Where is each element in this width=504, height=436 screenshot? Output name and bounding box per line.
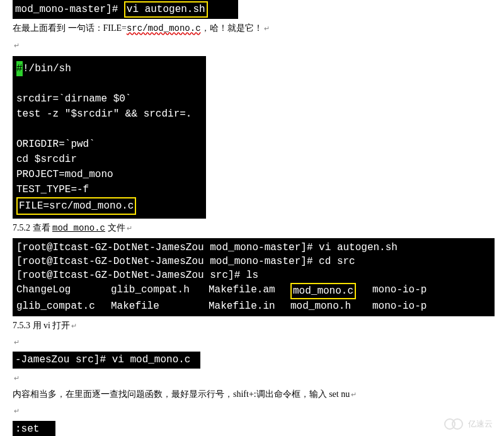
terminal-line-setnu: :set nu (13, 421, 55, 436)
blank-marker: ↵ (13, 404, 504, 418)
code-line: test -z "$srcdir" && srcdir=. (16, 106, 202, 122)
ls-row-2: glib_compat.c Makefile Makefile.in mod_m… (16, 299, 491, 313)
ls-row-1: ChangeLog glib_compat.h Makefile.am mod_… (16, 283, 491, 299)
watermark-logo-icon (444, 418, 463, 430)
filename: mod_mono.c (52, 223, 105, 233)
return-mark-icon: ↵ (14, 338, 20, 346)
shebang-line: #!/bin/sh (16, 61, 202, 76)
return-mark-icon: ↵ (14, 374, 20, 382)
cursor-icon: # (16, 61, 23, 76)
return-mark-icon: ↵ (71, 322, 77, 330)
return-mark-icon: ↵ (351, 391, 357, 398)
comment-line-1: 在最上面看到 一句话：FILE=src/mod_mono.c，哈！就是它！↵ (13, 21, 504, 35)
code-line: cd $srcdir (16, 152, 202, 167)
code-line: [root@Itcast-GZ-DotNet-JamesZou mod_mono… (16, 255, 491, 268)
highlighted-file: mod_mono.c (290, 283, 356, 299)
highlighted-file-line: FILE=src/mod_mono.c (16, 197, 202, 215)
prompt-text: mod_mono-master]# (15, 4, 118, 15)
highlighted-command: vi autogen.sh (124, 1, 208, 18)
blank-marker: ↵ (13, 371, 504, 385)
terminal-autogen-content: #!/bin/sh srcdir=`dirname $0` test -z "$… (13, 56, 206, 219)
file-path: src/mod_mono.c (127, 23, 201, 33)
code-line: [root@Itcast-GZ-DotNet-JamesZou mod_mono… (16, 241, 491, 255)
code-line: TEST_TYPE=-f (16, 182, 202, 197)
code-line: [root@Itcast-GZ-DotNet-JamesZou src]# ls (16, 268, 491, 282)
code-line: srcdir=`dirname $0` (16, 91, 202, 106)
return-mark-icon: ↵ (14, 42, 20, 49)
section-heading-752: 7.5.2 查看 mod_mono.c 文件↵ (13, 221, 504, 235)
return-mark-icon: ↵ (264, 25, 270, 32)
code-line: ORIGDIR=`pwd` (16, 137, 202, 152)
section-heading-753: 7.5.3 用 vi 打开↵ (13, 319, 504, 333)
terminal-ls-output: [root@Itcast-GZ-DotNet-JamesZou mod_mono… (13, 238, 495, 316)
terminal-line-vi-autogen: mod_mono-master]# vi autogen.sh (13, 0, 238, 19)
comment-line-2: 内容相当多，在里面逐一查找问题函数，最好显示行号，shift+:调出命令框，输入… (13, 387, 504, 401)
code-line: PROJECT=mod_mono (16, 167, 202, 182)
blank-marker: ↵ (13, 335, 504, 349)
return-mark-icon: ↵ (127, 224, 132, 232)
watermark: 亿速云 (444, 418, 493, 430)
blank-marker: ↵ (13, 38, 504, 52)
watermark-text: 亿速云 (468, 419, 493, 428)
terminal-line-vi-modmono: -JamesZou src]# vi mod_mono.c (13, 352, 200, 368)
return-mark-icon: ↵ (14, 407, 20, 415)
